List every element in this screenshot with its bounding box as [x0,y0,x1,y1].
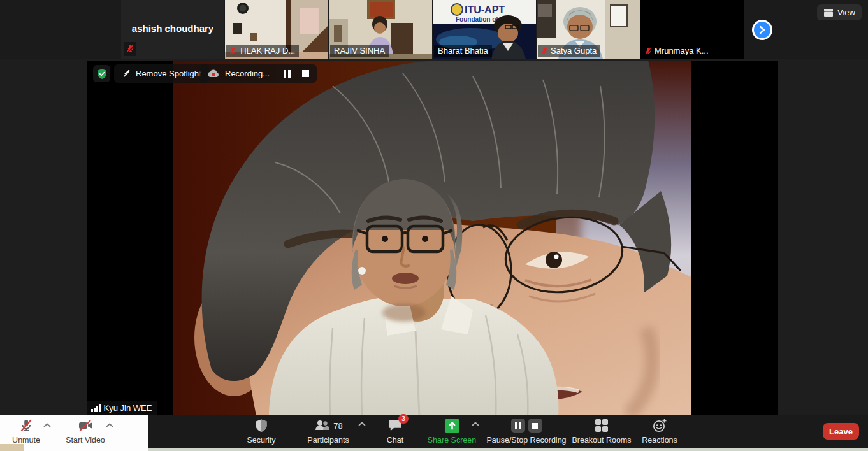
breakout-rooms-label: Breakout Rooms [567,436,637,445]
reactions-label: Reactions [632,436,687,445]
chevron-right-icon [758,25,766,34]
muted-mic-icon [229,47,236,55]
participant-name-chip: RAJIV SINHA [330,45,389,57]
participant-tile[interactable]: ITU-APT Foundation of Bharat Bhatia [433,0,536,59]
participants-label: Participants [296,436,361,445]
participant-name-chip: Bharat Bhatia [434,45,492,57]
participant-name: ashish choudhary [121,23,224,34]
participant-tile[interactable]: Satya Gupta [537,0,640,59]
leave-button[interactable]: Leave [823,423,859,440]
background-window-edge [148,448,868,451]
remove-spotlight-button[interactable]: Remove Spotlight [114,64,209,83]
reactions-smiley-icon [652,418,667,433]
security-button[interactable]: Security [237,417,286,445]
shield-check-icon [96,68,108,80]
pause-stop-recording-button[interactable]: Pause/Stop Recording [486,417,567,445]
banner-text: ITU-APT [465,4,505,15]
security-label: Security [237,436,286,445]
breakout-rooms-button[interactable]: Breakout Rooms [567,417,637,445]
participant-name: TILAK RAJ D... [239,46,295,55]
pin-icon [122,69,131,78]
share-screen-label: Share Screen [421,436,483,445]
unmute-label: Unmute [6,436,46,445]
muted-mic-icon [540,47,548,55]
participants-icon [314,419,330,432]
chat-badge: 3 [398,414,409,424]
participants-button[interactable]: 78 Participants [296,417,361,445]
stop-recording-icon[interactable] [302,70,309,77]
start-video-caret-icon[interactable] [106,423,113,427]
muted-camera-icon [77,419,94,433]
participant-tile[interactable]: RAJIV SINHA [329,0,432,59]
participant-name: Bharat Bhatia [438,46,488,55]
share-screen-button[interactable]: Share Screen [421,417,483,445]
encryption-shield-badge[interactable] [93,65,110,82]
stop-recording-button-icon[interactable] [528,419,542,433]
remove-spotlight-label: Remove Spotlight [136,69,201,78]
speaker-name-chip: Kyu Jin WEE [87,401,157,415]
start-video-label: Start Video [61,436,110,445]
share-screen-icon [444,418,460,434]
next-page-button[interactable] [752,20,772,40]
participant-name: Mrunmaya K... [655,46,709,55]
start-video-button[interactable]: Start Video [61,417,110,445]
recording-indicator: Recording... [199,64,317,83]
participant-name-chip: TILAK RAJ D... [226,45,299,57]
muted-mic-icon [124,42,136,56]
speaker-name: Kyu Jin WEE [104,403,152,413]
participants-filmstrip: ashish choudhary TILAK RAJ D... [0,0,868,59]
chat-button[interactable]: 3 Chat [373,417,417,445]
participants-count: 78 [333,421,342,431]
participant-name: RAJIV SINHA [334,46,385,55]
breakout-rooms-icon [595,419,609,433]
gallery-view-icon [823,8,834,17]
view-button[interactable]: View [817,4,862,20]
participant-name-chip: Mrunmaya K... [642,45,712,57]
recording-label: Recording... [225,69,270,78]
background-window-corner [0,444,24,451]
cloud-recording-icon [207,69,220,78]
audio-level-icon [91,404,101,412]
spotlight-video[interactable]: Remove Spotlight Recording... Kyu Jin WE… [87,61,778,415]
participant-name: Satya Gupta [551,46,597,55]
banner-text: Foundation of [456,16,498,23]
security-shield-icon [254,419,268,433]
muted-mic-icon [644,47,652,55]
participant-name-chip: Satya Gupta [538,45,600,57]
participants-caret-icon[interactable] [358,422,366,426]
participant-tile[interactable]: TILAK RAJ D... [225,0,328,59]
unmute-button[interactable]: Unmute [6,417,46,445]
view-button-label: View [837,8,855,17]
reactions-button[interactable]: Reactions [632,417,687,445]
chat-label: Chat [373,436,417,445]
unmute-caret-icon[interactable] [43,423,51,427]
participant-tile[interactable]: ashish choudhary [121,0,224,59]
pause-stop-label: Pause/Stop Recording [486,436,567,445]
zoom-meeting-window: ashish choudhary TILAK RAJ D... [0,0,868,451]
muted-mic-icon [19,419,33,433]
pause-recording-icon[interactable] [284,70,291,78]
participant-tile[interactable]: Mrunmaya K... [640,0,744,59]
share-screen-caret-icon[interactable] [472,422,479,426]
pause-recording-button-icon[interactable] [511,419,525,433]
speaker-video-frame [173,61,691,415]
